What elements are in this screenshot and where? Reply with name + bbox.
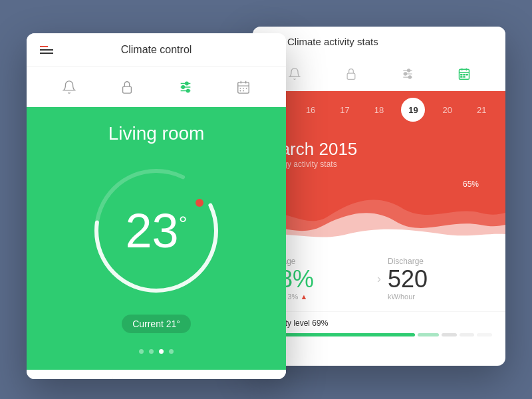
menu-line-2 bbox=[40, 49, 53, 51]
svg-point-23 bbox=[407, 69, 410, 72]
cal-day-16[interactable]: 16 bbox=[299, 98, 323, 122]
chart-section: March 2015 Energy activity stats 65% bbox=[253, 128, 505, 246]
activity-bar-bg3 bbox=[477, 333, 492, 336]
nav-sliders-icon[interactable] bbox=[174, 75, 198, 99]
discharge-label: Discharge bbox=[388, 257, 492, 266]
chart-month: March 2015 bbox=[266, 139, 492, 160]
activity-bar-bg1 bbox=[442, 333, 457, 336]
nav-calendar-icon[interactable] bbox=[231, 75, 255, 99]
footer-col-2: Morning preset 6:30–11:00, 23° bbox=[113, 378, 200, 379]
right-nav-calendar-icon[interactable] bbox=[454, 63, 475, 84]
nav-lock-icon[interactable] bbox=[115, 75, 139, 99]
chart-subtitle: Energy activity stats bbox=[266, 160, 492, 169]
cal-day-19[interactable]: 19 bbox=[401, 98, 425, 122]
footer-col-3: Econom 6:30–11:00 bbox=[200, 378, 286, 379]
svg-point-24 bbox=[404, 72, 406, 75]
svg-point-4 bbox=[185, 82, 188, 85]
svg-rect-0 bbox=[123, 86, 132, 93]
climate-stats-card: Climate activity stats bbox=[253, 27, 505, 366]
cal-day-21[interactable]: 21 bbox=[469, 98, 493, 122]
svg-rect-32 bbox=[466, 74, 467, 76]
app-container: Climate control bbox=[27, 20, 505, 379]
dot-3 bbox=[159, 349, 164, 354]
nav-bell-icon[interactable] bbox=[57, 75, 81, 99]
right-nav-sliders-icon[interactable] bbox=[397, 63, 418, 84]
activity-label: Activity level 69% bbox=[266, 319, 492, 328]
dot-4 bbox=[169, 349, 174, 354]
svg-rect-31 bbox=[463, 74, 465, 76]
svg-point-5 bbox=[182, 86, 185, 89]
activity-bar-bg2 bbox=[460, 333, 475, 336]
thermostat-dial[interactable]: 23° bbox=[83, 158, 229, 304]
room-name: Living room bbox=[40, 123, 273, 144]
cal-day-17[interactable]: 17 bbox=[333, 98, 357, 122]
svg-rect-30 bbox=[460, 74, 462, 76]
activity-bar-empty bbox=[418, 333, 439, 336]
chart-area: 65% bbox=[266, 180, 492, 246]
right-nav-lock-icon[interactable] bbox=[340, 63, 362, 84]
page-dots bbox=[40, 349, 273, 354]
discharge-unit: kW/hour bbox=[388, 293, 492, 301]
current-temperature: Current 21° bbox=[122, 315, 191, 333]
temperature-value: 23° bbox=[126, 207, 188, 255]
calendar-strip: 15 16 17 18 19 20 21 bbox=[253, 91, 505, 128]
menu-line-1 bbox=[40, 46, 48, 47]
activity-bar-filled bbox=[266, 333, 415, 336]
left-header: Climate control bbox=[27, 33, 286, 67]
discharge-stat: Discharge 520 kW/hour bbox=[388, 257, 492, 301]
cal-day-20[interactable]: 20 bbox=[436, 98, 460, 122]
svg-point-25 bbox=[408, 76, 411, 78]
left-card-title: Climate control bbox=[121, 44, 192, 56]
stat-divider: › bbox=[370, 272, 388, 286]
footer-col-1: ummer holidays turn off bbox=[27, 378, 113, 379]
thermostat-section: Living room 23° Current 21° bbox=[27, 107, 286, 370]
right-nav-icons bbox=[253, 57, 505, 91]
activity-bars bbox=[266, 333, 492, 336]
svg-rect-19 bbox=[347, 73, 355, 79]
discharge-value: 520 bbox=[388, 267, 492, 291]
right-card-title: Climate activity stats bbox=[287, 36, 378, 47]
svg-rect-34 bbox=[463, 76, 465, 78]
svg-point-6 bbox=[186, 89, 190, 92]
right-header: Climate activity stats bbox=[253, 27, 505, 57]
svg-point-18 bbox=[196, 199, 203, 207]
menu-button[interactable] bbox=[40, 46, 53, 54]
cal-day-18[interactable]: 18 bbox=[367, 98, 391, 122]
stats-section: Average 58% saved 3% ▲ › Discharge 520 k… bbox=[253, 246, 505, 311]
climate-control-card: Climate control bbox=[27, 33, 286, 379]
dot-1 bbox=[139, 349, 144, 354]
up-arrow: ▲ bbox=[300, 293, 307, 301]
right-nav-bell-icon[interactable] bbox=[284, 63, 305, 84]
left-nav-icons bbox=[27, 67, 286, 107]
activity-section: Activity level 69% bbox=[253, 311, 505, 347]
menu-line-3 bbox=[40, 53, 53, 54]
svg-rect-33 bbox=[460, 76, 462, 78]
left-footer: ummer holidays turn off Morning preset 6… bbox=[27, 370, 286, 379]
dot-2 bbox=[149, 349, 154, 354]
